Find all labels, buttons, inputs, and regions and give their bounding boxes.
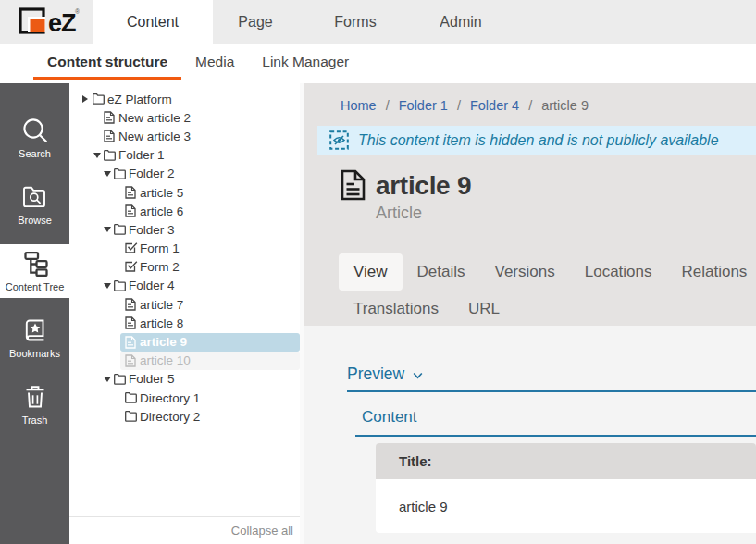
nav-tab-forms[interactable]: Forms xyxy=(298,0,413,44)
tree-item-ez-platform[interactable]: eZ Platform xyxy=(69,90,304,108)
tree-item-directory-1[interactable]: Directory 1 xyxy=(69,389,304,407)
tree-item-body[interactable]: article 7 xyxy=(120,295,300,314)
tree-item-body[interactable]: article 8 xyxy=(120,314,300,332)
tree-item-label: Form 1 xyxy=(140,241,180,255)
subnav-tab-link-manager[interactable]: Link Manager xyxy=(248,44,363,80)
secondary-nav: Content structure Media Link Manager xyxy=(0,44,756,83)
tree-item-directory-2[interactable]: Directory 2 xyxy=(69,407,304,426)
tree-item-article-8[interactable]: article 8 xyxy=(69,314,304,332)
tree-item-article-6[interactable]: article 6 xyxy=(69,202,304,220)
breadcrumb-separator: / xyxy=(528,98,532,113)
tree-item-body[interactable]: Folder 2 xyxy=(109,165,300,183)
browse-icon xyxy=(22,184,48,210)
tab-versions[interactable]: Versions xyxy=(480,253,570,291)
content-tree-panel: eZ PlatformNew article 2New article 3Fol… xyxy=(69,83,304,544)
tree-item-body[interactable]: Form 1 xyxy=(120,240,300,258)
preview-section-header[interactable]: Preview xyxy=(347,365,756,392)
tree-item-label: Form 2 xyxy=(140,260,180,274)
tree-item-article-10[interactable]: article 10 xyxy=(69,352,304,370)
tree-item-label: Folder 2 xyxy=(129,167,175,180)
tree-item-folder-2[interactable]: Folder 2 xyxy=(69,165,304,183)
page-title: article 9 xyxy=(376,171,471,201)
content-tree-icon xyxy=(22,251,48,277)
tree-item-new-article-3[interactable]: New article 3 xyxy=(69,127,304,145)
breadcrumb-separator: / xyxy=(386,98,390,113)
subnav-tab-content-structure[interactable]: Content structure xyxy=(33,44,181,80)
article-icon xyxy=(104,130,118,142)
tree-item-label: article 6 xyxy=(140,204,183,218)
field-value-title: article 9 xyxy=(376,479,756,533)
tab-details[interactable]: Details xyxy=(403,253,480,291)
content-view-tabs: View Details Versions Locations Relation… xyxy=(339,253,756,328)
left-sidebar: Search Browse Content Tree Bo xyxy=(0,83,69,544)
title-row: article 9 Article xyxy=(341,169,756,223)
tab-relations[interactable]: Relations xyxy=(667,253,756,291)
collapse-all-button[interactable]: Collapse all xyxy=(69,516,300,544)
nav-tab-admin[interactable]: Admin xyxy=(413,0,509,44)
tree-item-body[interactable]: Folder 3 xyxy=(109,220,300,239)
tree-item-label: Folder 5 xyxy=(129,372,175,386)
tree-item-folder-1[interactable]: Folder 1 xyxy=(69,146,304,165)
tree-item-article-9[interactable]: article 9 xyxy=(69,332,304,351)
folder-icon xyxy=(114,168,129,179)
breadcrumb-link-folder-1[interactable]: Folder 1 xyxy=(399,98,448,113)
tree-item-new-article-2[interactable]: New article 2 xyxy=(69,108,304,127)
tab-view[interactable]: View xyxy=(339,253,403,291)
tree-item-folder-5[interactable]: Folder 5 xyxy=(69,370,304,389)
nav-tab-content[interactable]: Content xyxy=(93,0,213,44)
article-icon xyxy=(125,336,140,349)
sidebar-item-label: Browse xyxy=(18,215,52,226)
sidebar-item-search[interactable]: Search xyxy=(0,111,69,165)
folder-icon xyxy=(114,224,129,235)
hidden-content-banner: This content item is hidden and is not p… xyxy=(317,126,756,155)
folder-icon xyxy=(114,374,129,385)
tree-item-body[interactable]: article 10 xyxy=(120,352,300,370)
tree-item-article-7[interactable]: article 7 xyxy=(69,295,304,314)
breadcrumb-link-home[interactable]: Home xyxy=(341,98,377,113)
tree-item-body[interactable]: article 5 xyxy=(120,183,300,202)
sidebar-item-trash[interactable]: Trash xyxy=(0,377,69,431)
tab-translations[interactable]: Translations xyxy=(339,291,453,328)
folder-icon xyxy=(93,93,107,105)
sidebar-item-browse[interactable]: Browse xyxy=(0,178,69,231)
tree-item-body[interactable]: New article 3 xyxy=(99,127,300,145)
tree-item-body[interactable]: Folder 1 xyxy=(99,146,300,165)
bookmarks-icon xyxy=(22,317,48,343)
tree-item-body[interactable]: Directory 1 xyxy=(120,389,300,407)
tree-item-body[interactable]: eZ Platform xyxy=(88,90,300,108)
sidebar-item-label: Content Tree xyxy=(6,281,65,292)
tree-item-body[interactable]: article 9 xyxy=(120,333,300,352)
svg-text:eZ: eZ xyxy=(48,9,76,37)
tree-item-folder-4[interactable]: Folder 4 xyxy=(69,277,304,295)
article-title-icon xyxy=(341,169,366,201)
tree-item-form-2[interactable]: Form 2 xyxy=(69,258,304,277)
tree-item-form-1[interactable]: Form 1 xyxy=(69,240,304,258)
search-icon xyxy=(22,117,48,143)
ez-logo-icon: eZ ® xyxy=(19,6,80,38)
tree-item-body[interactable]: Folder 4 xyxy=(109,277,300,295)
tree-item-article-5[interactable]: article 5 xyxy=(69,183,304,202)
svg-text:®: ® xyxy=(75,8,80,15)
nav-tab-page[interactable]: Page xyxy=(213,0,298,44)
tab-url[interactable]: URL xyxy=(453,291,514,328)
tree-item-body[interactable]: article 6 xyxy=(120,202,300,220)
subnav-tab-media[interactable]: Media xyxy=(181,44,248,80)
tree-item-label: Folder 4 xyxy=(129,278,175,292)
ez-logo[interactable]: eZ ® xyxy=(0,0,90,44)
tree-item-label: article 9 xyxy=(140,335,187,349)
tree-item-body[interactable]: Directory 2 xyxy=(120,407,300,426)
article-icon xyxy=(104,111,118,124)
tab-locations[interactable]: Locations xyxy=(570,253,667,291)
sidebar-item-bookmarks[interactable]: Bookmarks xyxy=(0,311,69,365)
breadcrumb-link-folder-4[interactable]: Folder 4 xyxy=(470,98,519,113)
tree-item-label: eZ Platform xyxy=(107,93,172,106)
tree-item-folder-3[interactable]: Folder 3 xyxy=(69,220,304,239)
workspace: Search Browse Content Tree Bo xyxy=(0,83,756,544)
form-icon xyxy=(125,242,140,254)
tree-item-body[interactable]: New article 2 xyxy=(99,108,300,127)
folder-icon xyxy=(125,411,140,422)
sidebar-item-content-tree[interactable]: Content Tree xyxy=(0,244,69,298)
tree-item-body[interactable]: Form 2 xyxy=(120,258,300,277)
tree-item-body[interactable]: Folder 5 xyxy=(109,370,300,389)
tree-item-label: Folder 1 xyxy=(118,148,165,162)
